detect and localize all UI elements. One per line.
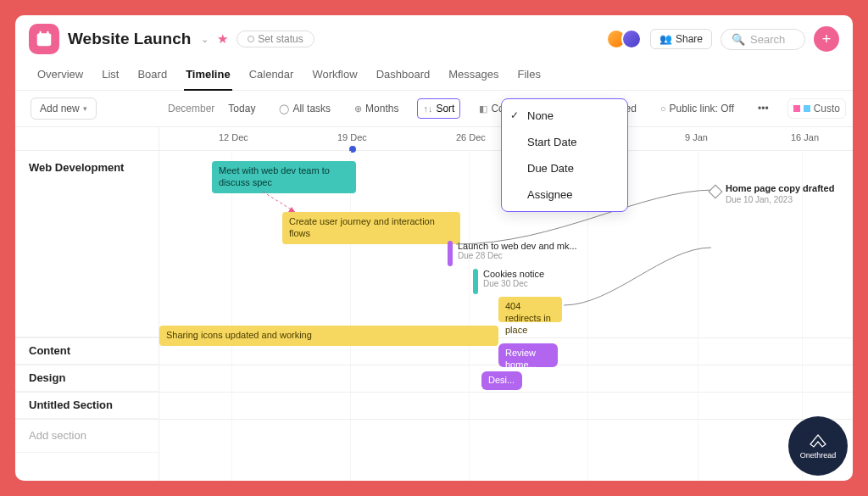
onethread-badge: Onethread (788, 416, 848, 476)
onethread-logo-icon (808, 432, 828, 449)
task-sharing[interactable]: Sharing icons updated and working (159, 326, 498, 346)
sections-column: Web Development Content Design Untitled … (15, 127, 159, 481)
public-link-button[interactable]: ○Public link: Off (655, 99, 739, 118)
tab-overview[interactable]: Overview (36, 63, 85, 90)
svg-rect-2 (40, 31, 42, 36)
tab-dashboard[interactable]: Dashboard (375, 63, 432, 90)
project-title: Website Launch (68, 30, 191, 48)
date-col: 9 Jan (685, 132, 708, 142)
color-swatch-icon (793, 105, 800, 112)
search-icon: 🔍 (732, 33, 745, 46)
task-cookies-bar[interactable] (473, 269, 478, 294)
task-review-home[interactable]: Review home... (498, 343, 558, 367)
share-button[interactable]: 👥 Share (650, 29, 712, 49)
sort-button[interactable]: ↑↓Sort (417, 98, 460, 119)
task-redirects[interactable]: 404 redirects in place (498, 297, 562, 322)
member-avatars[interactable] (611, 29, 642, 49)
color-swatch-icon (804, 105, 810, 112)
section-web-development[interactable]: Web Development (15, 151, 159, 337)
all-tasks-filter[interactable]: ◯All tasks (274, 99, 336, 118)
dependency-curve (562, 246, 715, 314)
more-button[interactable]: ••• (753, 99, 774, 118)
sort-option-start-date[interactable]: Start Date (502, 129, 627, 155)
project-dropdown-chevron[interactable]: ⌄ (201, 34, 209, 45)
set-status-label: Set status (258, 33, 303, 45)
customize-button[interactable]: Custo (787, 98, 846, 119)
date-col: 12 Dec (219, 132, 248, 142)
diamond-icon (709, 185, 723, 199)
month-label: December (168, 103, 214, 114)
zoom-icon: ⊕ (354, 103, 362, 114)
task-cookies-label: Cookies notice Due 30 Dec (483, 269, 544, 288)
today-button[interactable]: Today (223, 99, 260, 118)
tab-messages[interactable]: Messages (447, 63, 500, 90)
color-icon: ◧ (479, 103, 487, 114)
sort-icon: ↑↓ (423, 103, 432, 114)
sort-option-due-date[interactable]: Due Date (502, 155, 627, 181)
tab-files[interactable]: Files (515, 63, 542, 90)
app-icon (29, 24, 59, 54)
section-design[interactable]: Design (15, 365, 159, 392)
set-status-button[interactable]: Set status (236, 31, 314, 47)
link-icon: ○ (660, 103, 666, 114)
add-button[interactable]: + (814, 26, 839, 52)
add-new-label: Add new (40, 103, 80, 114)
tab-workflow[interactable]: Workflow (310, 63, 359, 90)
task-launch-web-bar[interactable] (448, 241, 453, 266)
date-col: 19 Dec (337, 132, 367, 142)
tab-board[interactable]: Board (136, 63, 169, 90)
task-design[interactable]: Desi... (481, 371, 522, 390)
sort-dropdown: None Start Date Due Date Assignee (501, 98, 628, 212)
search-placeholder: Search (750, 33, 785, 46)
search-input[interactable]: 🔍 Search (721, 29, 805, 50)
milestone-home-copy[interactable]: Home page copy drafted Due 10 Jan, 2023 (710, 185, 721, 200)
app-window: Website Launch ⌄ ★ Set status 👥 Share 🔍 … (15, 15, 853, 481)
section-untitled[interactable]: Untitled Section (15, 392, 159, 419)
tab-timeline[interactable]: Timeline (184, 63, 232, 91)
sort-option-assignee[interactable]: Assignee (502, 181, 627, 208)
add-new-button[interactable]: Add new ▾ (31, 98, 97, 120)
svg-rect-3 (47, 31, 48, 36)
timeline-toolbar: Add new ▾ December Today ◯All tasks ⊕Mon… (15, 91, 853, 127)
star-icon[interactable]: ★ (217, 31, 228, 47)
check-circle-icon: ◯ (279, 103, 289, 114)
date-col: 26 Dec (456, 132, 486, 142)
task-user-journey[interactable]: Create user journey and interaction flow… (282, 212, 460, 244)
status-dot-icon (248, 36, 254, 42)
tab-calendar[interactable]: Calendar (248, 63, 296, 90)
header: Website Launch ⌄ ★ Set status 👥 Share 🔍 … (15, 15, 853, 58)
nav-tabs: Overview List Board Timeline Calendar Wo… (15, 58, 853, 91)
calendar-icon (35, 30, 53, 48)
task-meet-spec[interactable]: Meet with web dev team to discuss spec (212, 161, 356, 193)
add-section-button[interactable]: Add section (15, 419, 159, 453)
section-content[interactable]: Content (15, 337, 159, 365)
date-col: 16 Jan (791, 132, 819, 142)
avatar (621, 29, 642, 49)
zoom-months[interactable]: ⊕Months (349, 99, 403, 118)
svg-rect-1 (37, 34, 52, 38)
sort-option-none[interactable]: None (502, 103, 627, 129)
tab-list[interactable]: List (100, 63, 120, 90)
people-icon: 👥 (659, 33, 672, 45)
chevron-down-icon: ▾ (83, 104, 87, 113)
share-label: Share (676, 33, 703, 45)
timeline-area: Web Development Content Design Untitled … (15, 127, 853, 481)
